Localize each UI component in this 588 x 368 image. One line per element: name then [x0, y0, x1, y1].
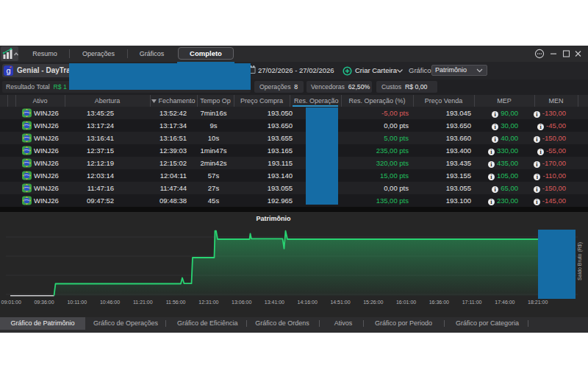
svg-text:Saldo Bruto (R$): Saldo Bruto (R$) — [577, 242, 583, 280]
